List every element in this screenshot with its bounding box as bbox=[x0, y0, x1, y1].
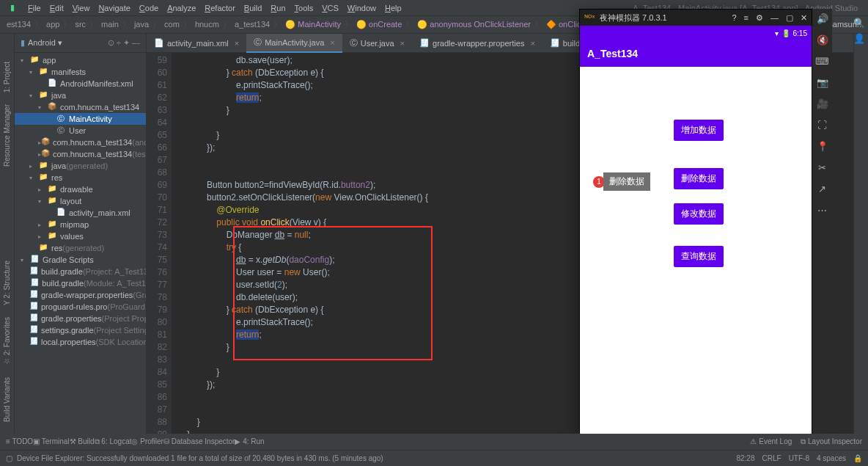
lock-icon[interactable]: 🔒 bbox=[853, 454, 862, 462]
breadcrumb-com[interactable]: com bbox=[162, 20, 182, 29]
collapse-icon[interactable]: ▢ bbox=[6, 454, 12, 462]
tree-com.hnucm.a_test134[interactable]: ▸📦com.hnucm.a_test134 (andro bbox=[15, 136, 146, 148]
breadcrumb-a_test134[interactable]: a_test134 bbox=[232, 20, 272, 29]
menu-icon[interactable]: ≡ bbox=[744, 13, 749, 23]
close-icon[interactable]: ✕ bbox=[801, 13, 807, 23]
tree-values[interactable]: ▸📁values bbox=[15, 230, 146, 242]
breadcrumb-src[interactable]: src bbox=[73, 20, 88, 29]
tab-activity_main.xml[interactable]: 📄activity_main.xml× bbox=[147, 34, 246, 53]
project-panel-header[interactable]: ▮ Android ▾ ⊙ ÷ ✦ — bbox=[15, 34, 146, 53]
breadcrumb-hnucm[interactable]: hnucm bbox=[193, 20, 221, 29]
left-toolwindow-stripe[interactable]: 1: Project Resource Manager Y 2: Structu… bbox=[0, 34, 15, 450]
menu-run[interactable]: Run bbox=[266, 4, 290, 12]
tree-MainActivity[interactable]: ⒸMainActivity bbox=[15, 113, 146, 125]
close-icon[interactable]: × bbox=[235, 39, 239, 48]
emulator-content[interactable]: 增加数据 删除数据 修改数据 查询数据 1 删除数据 bbox=[580, 67, 812, 437]
menu-view[interactable]: View bbox=[68, 4, 95, 12]
scissors-icon[interactable]: ✂ bbox=[818, 162, 826, 173]
tree-app[interactable]: ▾📁app bbox=[15, 54, 146, 66]
gear-icon[interactable]: ⚙ bbox=[756, 13, 763, 23]
tree-gradle-wrapper.properties[interactable]: 🧾gradle-wrapper.properties (Gra bbox=[15, 289, 146, 301]
tree-com.hnucm.a_test134[interactable]: ▾📦com.hnucm.a_test134 bbox=[15, 101, 146, 113]
delete-data-button[interactable]: 删除数据 bbox=[674, 168, 724, 189]
emulator-sidebar[interactable]: 🔊 🔇 ⌨ 📷 🎥 ⛶ 📍 ✂ ↗ ⋯ bbox=[812, 9, 832, 437]
add-data-button[interactable]: 增加数据 bbox=[674, 120, 724, 141]
toolwindow-▣ Terminal[interactable]: ▣ Terminal bbox=[33, 437, 69, 445]
right-toolwindow-stripe[interactable] bbox=[853, 34, 868, 450]
tree-proguard-rules.pro[interactable]: 🧾proguard-rules.pro (ProGuard R bbox=[15, 301, 146, 313]
tree-build.gradle[interactable]: 🧾build.gradle (Project: A_Test13 bbox=[15, 266, 146, 277]
tree-layout[interactable]: ▾📁layout bbox=[15, 195, 146, 207]
tab-project[interactable]: 1: Project bbox=[3, 62, 11, 92]
menu-tools[interactable]: Tools bbox=[290, 4, 318, 12]
tab-build-variants[interactable]: Build Variants bbox=[3, 377, 11, 422]
menu-vcs[interactable]: VCS bbox=[317, 4, 343, 12]
location-icon[interactable]: 📍 bbox=[817, 141, 828, 152]
breadcrumb-app[interactable]: app bbox=[44, 20, 62, 29]
tab-gradle-wrapper.properties[interactable]: 🧾gradle-wrapper.properties× bbox=[412, 34, 542, 53]
search-icon[interactable]: 🔍 bbox=[853, 18, 865, 29]
toolwindow-⧉ 6: Logcat[interactable]: ⧉ 6: Logcat bbox=[95, 437, 132, 445]
tree-res[interactable]: ▾📁res bbox=[15, 172, 146, 183]
record-icon[interactable]: 🎥 bbox=[817, 98, 828, 109]
menu-analyze[interactable]: Analyze bbox=[163, 4, 200, 12]
toolwindow-≡ TODO[interactable]: ≡ TODO bbox=[6, 437, 33, 445]
toolwindow-⧉ Layout Inspector[interactable]: ⧉ Layout Inspector bbox=[801, 437, 862, 446]
volume-icon[interactable]: 🔊 bbox=[817, 13, 828, 24]
menu-edit[interactable]: Edit bbox=[45, 4, 68, 12]
more-icon[interactable]: ⋯ bbox=[817, 205, 827, 216]
breadcrumb-MainActivity[interactable]: 🟡 MainActivity bbox=[283, 20, 343, 29]
emulator-titlebar[interactable]: ᴺᴼˣ 夜神模拟器 7.0.3.1 ? ≡ ⚙ — ▢ ✕ bbox=[580, 10, 812, 26]
tree-com.hnucm.a_test134[interactable]: ▸📦com.hnucm.a_test134 (test) bbox=[15, 148, 146, 160]
tree-res[interactable]: 📁res (generated) bbox=[15, 242, 146, 254]
help-icon[interactable]: ? bbox=[732, 13, 736, 23]
close-icon[interactable]: × bbox=[530, 39, 534, 48]
toolwindow-⚠ Event Log[interactable]: ⚠ Event Log bbox=[750, 437, 792, 446]
tab-favorites[interactable]: ☆ 2: Favorites bbox=[3, 317, 11, 365]
tree-mipmap[interactable]: ▸📁mipmap bbox=[15, 219, 146, 230]
screenshot-icon[interactable]: 📷 bbox=[817, 77, 828, 88]
top-right-toolbar[interactable]: 🔍 👤 bbox=[853, 18, 865, 44]
tree-AndroidManifest.xml[interactable]: 📄AndroidManifest.xml bbox=[15, 78, 146, 90]
keyboard-icon[interactable]: ⌨ bbox=[815, 56, 829, 67]
menu-help[interactable]: Help bbox=[380, 4, 406, 12]
breadcrumb-onCreate[interactable]: 🟡 onCreate bbox=[354, 20, 404, 29]
tree-User[interactable]: ⒸUser bbox=[15, 125, 146, 136]
mute-icon[interactable]: 🔇 bbox=[817, 34, 828, 45]
bottom-toolwindow-bar[interactable]: ≡ TODO▣ Terminal⚒ Build⧉ 6: Logcat◎ Prof… bbox=[0, 434, 868, 450]
avatar-icon[interactable]: 👤 bbox=[853, 33, 865, 44]
tree-build.gradle[interactable]: 🧾build.gradle (Module: A_Test1 bbox=[15, 277, 146, 289]
tree-local.properties[interactable]: 🧾local.properties (SDK Location) bbox=[15, 336, 146, 348]
maximize-icon[interactable]: ▢ bbox=[786, 13, 793, 23]
tree-java[interactable]: ▸📁java (generated) bbox=[15, 160, 146, 172]
tree-gradle.properties[interactable]: 🧾gradle.properties (Project Prop bbox=[15, 313, 146, 324]
menu-navigate[interactable]: Navigate bbox=[94, 4, 134, 12]
toolwindow-⚒ Build[interactable]: ⚒ Build bbox=[70, 437, 95, 445]
close-icon[interactable]: × bbox=[400, 39, 405, 48]
tab-resource-manager[interactable]: Resource Manager bbox=[3, 104, 11, 167]
breadcrumb-java[interactable]: java bbox=[132, 20, 151, 29]
tree-settings.gradle[interactable]: 🧾settings.gradle (Project Setting bbox=[15, 324, 146, 336]
breadcrumb-main[interactable]: main bbox=[99, 20, 121, 29]
toolwindow-◎ Profiler[interactable]: ◎ Profiler bbox=[131, 437, 163, 445]
tree-java[interactable]: ▾📁java bbox=[15, 90, 146, 101]
menu-file[interactable]: File bbox=[23, 4, 45, 12]
breadcrumb-anonymous OnClickListener[interactable]: 🟡 anonymous OnClickListener bbox=[415, 20, 533, 29]
update-data-button[interactable]: 修改数据 bbox=[674, 203, 724, 225]
minimize-icon[interactable]: — bbox=[770, 13, 779, 23]
upload-icon[interactable]: ↗ bbox=[818, 183, 826, 194]
menu-refactor[interactable]: Refactor bbox=[200, 4, 240, 12]
menu-window[interactable]: Window bbox=[343, 4, 380, 12]
tab-User.java[interactable]: ⒸUser.java× bbox=[342, 34, 412, 53]
query-data-button[interactable]: 查询数据 bbox=[674, 246, 724, 267]
tree-manifests[interactable]: ▾📁manifests bbox=[15, 66, 146, 78]
breadcrumb-est134[interactable]: est134 bbox=[4, 20, 33, 29]
toolwindow-▶ 4: Run[interactable]: ▶ 4: Run bbox=[235, 437, 264, 445]
menu-build[interactable]: Build bbox=[240, 4, 266, 12]
tree-Gradle Scripts[interactable]: ▾🧾Gradle Scripts bbox=[15, 254, 146, 266]
tab-MainActivity.java[interactable]: ⒸMainActivity.java× bbox=[246, 34, 342, 53]
menu-code[interactable]: Code bbox=[135, 4, 163, 12]
close-icon[interactable]: × bbox=[330, 38, 334, 47]
fullscreen-icon[interactable]: ⛶ bbox=[817, 120, 827, 131]
tree-activity_main.xml[interactable]: 📄activity_main.xml bbox=[15, 207, 146, 219]
